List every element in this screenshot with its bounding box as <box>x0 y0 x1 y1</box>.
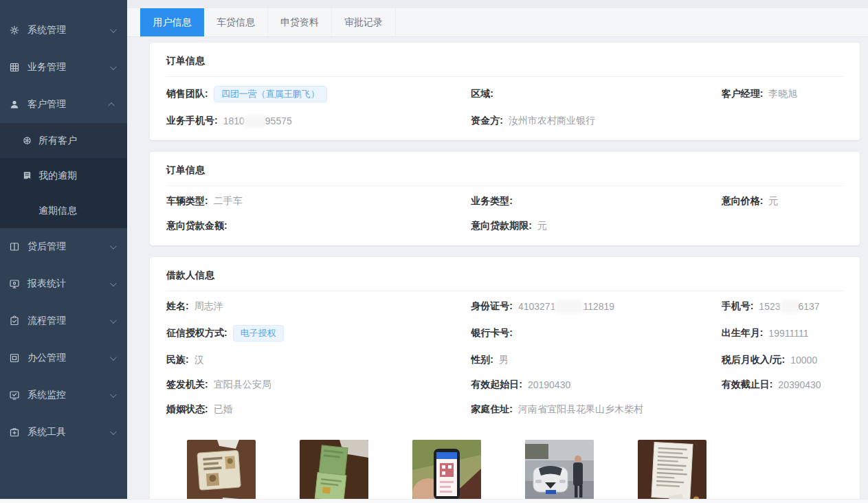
sidebar-item-system-tools[interactable]: 系统工具 <box>0 414 127 451</box>
field-label: 资金方: <box>471 115 503 127</box>
sidebar-item-label: 办公管理 <box>27 352 110 364</box>
chevron-down-icon <box>110 243 117 249</box>
redaction-blur <box>782 302 797 311</box>
redaction-blur <box>246 117 264 126</box>
field-value: 4103271112819 <box>518 301 614 312</box>
field-home-address: 家庭住址: 河南省宜阳县花果山乡木柴村 <box>471 397 721 422</box>
sidebar-item-office-management[interactable]: 办公管理 <box>0 339 127 377</box>
field-value: 汉 <box>194 354 204 366</box>
sidebar-item-overdue-info[interactable]: 逾期信息 <box>0 193 127 228</box>
field-value: 181095575 <box>223 115 292 126</box>
field-credit-auth: 征信授权方式: 电子授权 <box>166 319 471 348</box>
sidebar-item-label: 报表统计 <box>27 278 110 290</box>
field-label: 客户经理: <box>722 88 764 100</box>
field-customer-manager: 客户经理: 李晓旭 <box>722 80 843 109</box>
sidebar-item-label: 所有客户 <box>38 135 77 147</box>
field-value: 男 <box>499 354 509 366</box>
chevron-down-icon <box>110 280 117 287</box>
sidebar-item-label: 业务管理 <box>27 61 110 74</box>
chevron-down-icon <box>110 354 117 361</box>
field-label: 身份证号: <box>471 300 513 313</box>
sidebar-item-label: 流程管理 <box>27 315 110 327</box>
sidebar-item-report-statistics[interactable]: 报表统计 <box>0 265 127 302</box>
field-valid-from: 有效起始日: 20190430 <box>471 372 721 397</box>
chevron-down-icon <box>110 26 117 33</box>
sidebar-item-label: 贷后管理 <box>27 241 110 253</box>
content-area: 订单信息 销售团队: 四团一营（直属王鹏飞） 区域: 客户经理: 李晓旭 业务手… <box>127 37 868 503</box>
photo-id-card[interactable]: 本人照 <box>187 440 256 503</box>
field-value: 15236137 <box>759 301 819 312</box>
clipboard-check-icon <box>9 315 20 326</box>
monitor-check-icon <box>9 390 20 401</box>
id-card-photo <box>187 440 256 503</box>
field-label: 手机号: <box>722 300 754 313</box>
field-monthly-income: 税后月收入/元: 10000 <box>722 348 843 372</box>
sidebar-item-business-management[interactable]: 业务管理 <box>0 49 127 86</box>
field-region: 区域: <box>471 80 721 109</box>
sales-team-badge[interactable]: 四团一营（直属王鹏飞） <box>214 86 327 102</box>
sidebar-item-my-overdue[interactable]: 我的逾期 <box>0 158 127 193</box>
detail-tabbar: 用户信息 车贷信息 申贷资料 审批记录 <box>127 8 868 37</box>
tab-approval-records[interactable]: 审批记录 <box>332 8 396 36</box>
field-marital-status: 婚姻状态: 已婚 <box>166 397 471 422</box>
order-info-card-1: 订单信息 销售团队: 四团一营（直属王鹏飞） 区域: 客户经理: 李晓旭 业务手… <box>150 43 860 140</box>
sidebar-item-customer-management[interactable]: 客户管理 <box>0 86 127 123</box>
sidebar-item-all-customers[interactable]: 所有客户 <box>0 123 127 158</box>
field-label: 有效截止日: <box>722 379 773 391</box>
borrower-info-card: 借款人信息 姓名: 周志洋 身份证号: 4103271112819 手机号: 1… <box>150 257 860 503</box>
field-label: 税后月收入/元: <box>722 354 786 366</box>
sidebar-item-label: 系统管理 <box>27 24 110 36</box>
field-label: 民族: <box>166 354 189 366</box>
field-intent-price: 意向价格: 元 <box>722 189 843 214</box>
customer-management-submenu: 所有客户 我的逾期 逾期信息 <box>0 123 127 228</box>
photo-person-with-car[interactable]: 人车照 <box>525 440 594 503</box>
tab-user-info[interactable]: 用户信息 <box>140 8 204 36</box>
green-booklet-photo <box>300 440 368 503</box>
sidebar: 系统管理 业务管理 客户管理 所有客户 <box>0 0 127 503</box>
photo-phone-qr[interactable]: 征信报告 <box>412 440 481 503</box>
field-label: 签发机关: <box>166 379 208 391</box>
person-car-photo <box>525 440 594 503</box>
phone-qr-photo <box>412 440 481 503</box>
field-label: 意向贷款金额: <box>166 220 227 232</box>
chevron-down-icon <box>110 317 117 324</box>
columns-icon <box>9 241 20 252</box>
tab-loan-application-materials[interactable]: 申贷资料 <box>268 8 332 36</box>
bottom-scrollbar-track[interactable] <box>0 499 868 503</box>
sidebar-item-label: 系统监控 <box>27 389 110 401</box>
field-gender: 性别: 男 <box>471 348 721 372</box>
photo-paper-document[interactable]: 其他材料 <box>638 440 706 503</box>
sidebar-item-system-management[interactable]: 系统管理 <box>0 12 127 49</box>
field-business-type: 业务类型: <box>471 189 721 214</box>
field-sales-team: 销售团队: 四团一营（直属王鹏飞） <box>166 80 471 109</box>
photo-green-booklet[interactable]: 驾驶证照片 <box>300 440 368 503</box>
chevron-down-icon <box>110 63 117 70</box>
grid-icon <box>9 62 20 73</box>
sidebar-item-process-management[interactable]: 流程管理 <box>0 302 127 339</box>
field-name: 姓名: 周志洋 <box>166 294 471 319</box>
sidebar-item-postloan-management[interactable]: 贷后管理 <box>0 228 127 265</box>
field-label: 车辆类型: <box>166 195 208 208</box>
field-label: 有效起始日: <box>471 379 522 391</box>
field-label: 家庭住址: <box>471 403 513 416</box>
tab-car-loan-info[interactable]: 车贷信息 <box>204 8 268 36</box>
monitor-icon <box>9 278 20 289</box>
chevron-down-icon <box>110 391 117 398</box>
field-value: 已婚 <box>214 403 233 416</box>
field-id-number: 身份证号: 4103271112819 <box>471 294 721 319</box>
field-value: 20390430 <box>778 379 821 390</box>
field-label: 银行卡号: <box>471 327 513 339</box>
field-label: 业务手机号: <box>166 115 218 127</box>
sidebar-item-label: 逾期信息 <box>38 205 77 217</box>
field-value: 周志洋 <box>194 300 223 313</box>
field-value: 李晓旭 <box>768 88 797 100</box>
gear-icon <box>9 25 20 36</box>
field-label: 区域: <box>471 88 493 100</box>
wheel-icon <box>22 135 32 146</box>
document-photos: 本人照 <box>166 422 843 503</box>
credit-auth-badge: 电子授权 <box>233 325 284 342</box>
field-label: 意向贷款期限: <box>471 220 532 232</box>
field-mobile-phone: 手机号: 15236137 <box>722 294 843 319</box>
field-valid-to: 有效截止日: 20390430 <box>722 372 843 397</box>
sidebar-item-system-monitor[interactable]: 系统监控 <box>0 377 127 414</box>
